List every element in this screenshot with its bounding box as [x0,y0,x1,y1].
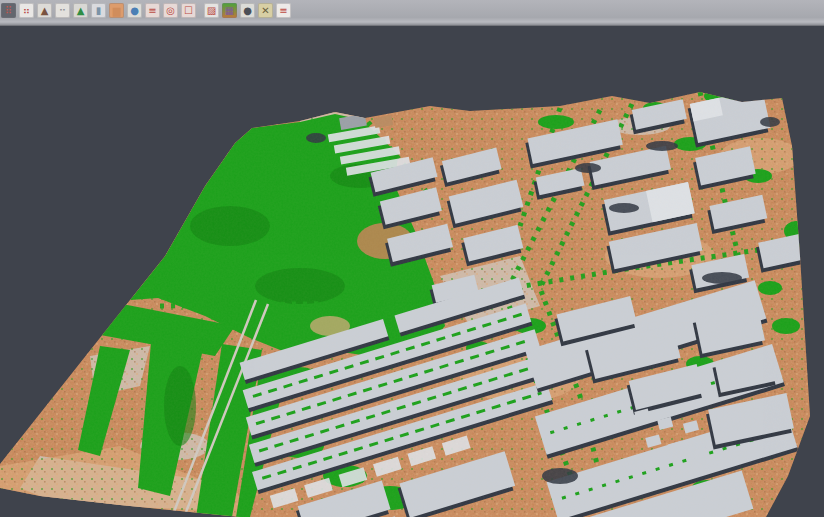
zoom-extent-icon[interactable]: ☐ [181,3,196,18]
target-center-icon[interactable]: ◎ [163,3,178,18]
globe-view-icon[interactable]: ● [127,3,142,18]
terrain-dtm-icon[interactable]: ▲ [37,3,52,18]
colored-point-cloud-icon[interactable]: ⠿ [1,3,16,18]
classification-map-icon[interactable]: ▦ [222,3,237,18]
orthophoto-icon[interactable]: ▆ [109,3,124,18]
classified-points-icon[interactable]: ⠶ [19,3,34,18]
sparse-cloud-icon[interactable]: ⠒ [55,3,70,18]
layer-list-icon[interactable]: ≡ [145,3,160,18]
main-toolbar: ⠿⠶▲⠒▲▮▆●≡◎☐▨▦●✕≡ [0,0,824,26]
profile-view-icon[interactable]: ▮ [91,3,106,18]
clip-region-icon[interactable]: ▨ [204,3,219,18]
photo-view-icon[interactable]: ● [240,3,255,18]
classified-point-cloud-scene [0,26,824,517]
surface-dsm-icon[interactable]: ▲ [73,3,88,18]
report-flag-icon[interactable]: ≡ [276,3,291,18]
3d-viewport[interactable] [0,26,824,517]
marker-points-icon[interactable]: ✕ [258,3,273,18]
point-cloud-viewer-window: ⠿⠶▲⠒▲▮▆●≡◎☐▨▦●✕≡ [0,0,824,517]
